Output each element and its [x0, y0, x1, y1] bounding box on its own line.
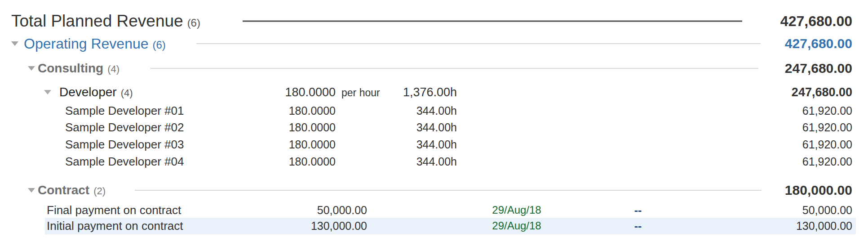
rate-value[interactable]: 180.0000 — [289, 136, 336, 152]
row-total: 180,000.00 — [785, 180, 852, 200]
section-rule — [135, 190, 762, 191]
row-total: 61,920.00 — [802, 136, 852, 152]
position-name: Developer — [59, 85, 117, 99]
account-name: Consulting — [38, 61, 103, 75]
rate-value[interactable]: 180.0000 — [289, 153, 336, 170]
rate-value[interactable]: 180.0000 — [285, 82, 336, 102]
empty-value-dashes[interactable]: -- — [620, 202, 656, 218]
collapse-icon[interactable] — [11, 41, 18, 46]
hours-value[interactable]: 344.00h — [416, 119, 457, 135]
member-name: Sample Developer #03 — [65, 136, 184, 152]
account-count: (2) — [93, 185, 106, 197]
sample-developer-row[interactable]: Sample Developer #01 180.0000 344.00h 61… — [0, 103, 868, 119]
contract-label[interactable]: Contract(2) — [38, 180, 106, 201]
date-value[interactable]: 29/Aug/18 — [476, 218, 557, 234]
member-name: Sample Developer #01 — [65, 103, 184, 119]
row-total: 61,920.00 — [802, 103, 852, 119]
developer-label[interactable]: Developer(4) — [59, 82, 133, 103]
section-rule — [151, 68, 758, 69]
collapse-icon[interactable] — [44, 90, 51, 94]
grand-total-value: 427,680.00 — [780, 10, 852, 32]
position-count: (4) — [121, 87, 133, 99]
row-total: 50,000.00 — [802, 202, 852, 218]
member-name: Sample Developer #04 — [65, 153, 184, 170]
member-name: Sample Developer #02 — [65, 119, 184, 135]
sample-developer-row[interactable]: Sample Developer #03 180.0000 344.00h 61… — [0, 136, 868, 152]
contract-row[interactable]: Contract(2) 180,000.00 — [0, 180, 868, 200]
hours-value[interactable]: 1,376.00h — [403, 82, 457, 102]
row-total: 427,680.00 — [785, 33, 852, 54]
report-title-text: Total Planned Revenue — [11, 12, 183, 30]
rate-value[interactable]: 180.0000 — [289, 103, 336, 119]
rate-value[interactable]: 180.0000 — [289, 119, 336, 135]
operating-revenue-row[interactable]: Operating Revenue(6) 427,680.00 — [0, 33, 868, 54]
operating-revenue-label[interactable]: Operating Revenue(6) — [24, 33, 166, 55]
title-rule — [243, 21, 742, 22]
row-total: 130,000.00 — [796, 218, 852, 234]
amount-value[interactable]: 130,000.00 — [311, 218, 367, 234]
row-total: 61,920.00 — [802, 153, 852, 170]
hours-value[interactable]: 344.00h — [416, 153, 457, 170]
total-planned-revenue-row: Total Planned Revenue(6) 427,680.00 — [0, 10, 868, 32]
section-rule — [196, 43, 761, 44]
payment-name: Initial payment on contract — [47, 218, 183, 234]
hours-value[interactable]: 344.00h — [416, 103, 457, 119]
account-name: Contract — [38, 183, 89, 197]
planned-revenue-report: Total Planned Revenue(6) 427,680.00 Oper… — [0, 0, 868, 251]
initial-payment-row[interactable]: Initial payment on contract 130,000.00 2… — [0, 218, 868, 234]
account-group-name: Operating Revenue — [24, 36, 149, 52]
hours-value[interactable]: 344.00h — [416, 136, 457, 152]
account-group-count: (6) — [153, 39, 166, 51]
report-title-count: (6) — [187, 17, 200, 29]
final-payment-row[interactable]: Final payment on contract 50,000.00 29/A… — [0, 202, 868, 218]
sample-developer-row[interactable]: Sample Developer #04 180.0000 344.00h 61… — [0, 153, 868, 170]
empty-value-dashes[interactable]: -- — [620, 218, 656, 234]
consulting-label[interactable]: Consulting(4) — [38, 58, 120, 79]
developer-group-row[interactable]: Developer(4) 180.0000 per hour 1,376.00h… — [0, 82, 868, 102]
payment-name: Final payment on contract — [47, 202, 181, 218]
collapse-icon[interactable] — [28, 66, 35, 71]
amount-value[interactable]: 50,000.00 — [317, 202, 367, 218]
report-title: Total Planned Revenue(6) — [11, 10, 200, 34]
rate-unit-label: per hour — [341, 82, 380, 103]
account-count: (4) — [107, 63, 120, 75]
sample-developer-row[interactable]: Sample Developer #02 180.0000 344.00h 61… — [0, 119, 868, 135]
collapse-icon[interactable] — [28, 188, 35, 193]
row-total: 247,680.00 — [785, 58, 852, 78]
row-total: 61,920.00 — [802, 119, 852, 135]
consulting-row[interactable]: Consulting(4) 247,680.00 — [0, 58, 868, 78]
date-value[interactable]: 29/Aug/18 — [476, 202, 557, 218]
row-total: 247,680.00 — [792, 82, 852, 102]
